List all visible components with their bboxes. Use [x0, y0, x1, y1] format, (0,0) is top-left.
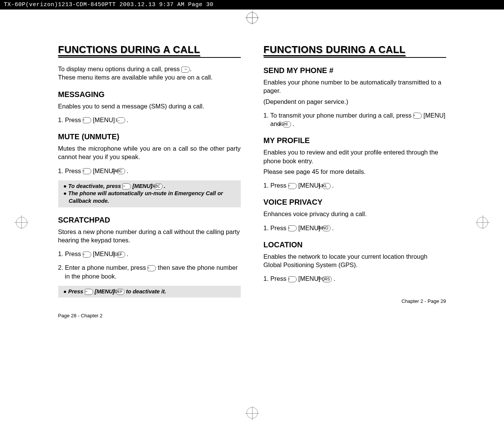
mute-note-box: ● To deactivate, press ~ [MENU] 2ABC . ●… — [58, 180, 241, 207]
sendphone-desc2: (Dependent on pager service.) — [264, 97, 446, 106]
scratchpad-step2: 2. Enter a phone number, press ~ then sa… — [58, 263, 241, 280]
location-desc: Enables the network to locate your curre… — [264, 252, 446, 269]
header-text: TX-60P(verizon)1213-CDM-8450PTT 2003.12.… — [4, 2, 213, 8]
heading-myprofile: MY PROFILE — [264, 136, 446, 145]
key-7-icon: 7PQRS — [322, 276, 332, 282]
myprofile-step1: 1. Press ~ [MENU] 5JKL . — [264, 181, 446, 189]
softkey-icon: ~ — [148, 265, 156, 271]
scratchpad-note1: ● Press ~ [MENU] 3DEF to deactivate it. — [62, 288, 237, 296]
crop-mark-cross-icon — [477, 217, 488, 228]
sendphone-desc1: Enables your phone number to be automati… — [264, 78, 446, 95]
key-5-icon: 5JKL — [322, 183, 331, 189]
softkey-icon: ~ — [413, 113, 422, 119]
key-1-icon: 1.- — [117, 117, 125, 123]
voiceprivacy-step1: 1. Press ~ [MENU] 6MNO . — [264, 224, 446, 232]
sendphone-step1: 1. To transmit your phone number during … — [264, 111, 446, 128]
messaging-step1: 1. Press ~ [MENU] 1.- . — [58, 116, 241, 124]
section-title-right: FUNCTIONS DURING A CALL — [264, 44, 446, 58]
softkey-icon: ~ — [122, 183, 131, 189]
key-2-icon: 2ABC — [154, 183, 162, 189]
scratchpad-desc: Stores a new phone number during a call … — [58, 228, 241, 245]
myprofile-desc1: Enables you to review and edit your prof… — [264, 148, 446, 165]
mute-note1: ● To deactivate, press ~ [MENU] 2ABC . — [62, 183, 237, 190]
key-6-icon: 6MNO — [322, 225, 331, 231]
key-4-icon: 4GHI — [283, 121, 291, 127]
softkey-icon: ~ — [288, 183, 297, 189]
softkey-icon: ~ — [288, 225, 297, 231]
mute-desc: Mutes the microphone while you are on a … — [58, 144, 241, 161]
heading-mute: MUTE (UNMUTE) — [58, 132, 241, 141]
left-footer: Page 28 - Chapter 2 — [58, 313, 241, 318]
scratchpad-note-box: ● Press ~ [MENU] 3DEF to deactivate it. — [58, 286, 241, 298]
crop-mark-cross-icon — [247, 12, 258, 23]
softkey-icon: ~ — [288, 276, 297, 282]
scratchpad-step1: 1. Press ~ [MENU] 3DEF . — [58, 250, 241, 258]
mute-step1: 1. Press ~ [MENU] 2ABC . — [58, 167, 241, 175]
location-step1: 1. Press ~ [MENU] 7PQRS . — [264, 274, 446, 283]
print-header: TX-60P(verizon)1213-CDM-8450PTT 2003.12.… — [0, 0, 504, 10]
softkey-icon: ~ — [83, 117, 91, 123]
right-page: FUNCTIONS DURING A CALL SEND MY PHONE # … — [264, 29, 446, 318]
softkey-icon: ~ — [83, 252, 91, 258]
key-3-icon: 3DEF — [116, 289, 124, 295]
softkey-icon: ~ — [85, 289, 93, 295]
heading-voiceprivacy: VOICE PRIVACY — [264, 198, 446, 207]
softkey-icon: ~ — [83, 168, 91, 174]
heading-location: LOCATION — [264, 240, 446, 249]
crop-mark-cross-icon — [16, 217, 27, 228]
mute-note2: ● The phone will automatically un-mute i… — [62, 190, 237, 205]
myprofile-desc2: Please see page 45 for more details. — [264, 167, 446, 176]
left-page: FUNCTIONS DURING A CALL To display menu … — [58, 29, 241, 318]
messaging-desc: Enables you to send a message (SMS) duri… — [58, 102, 241, 110]
crop-mark-cross-icon — [247, 408, 258, 419]
key-3-icon: 3DEF — [117, 252, 125, 258]
heading-messaging: MESSAGING — [58, 90, 241, 99]
section-title-left: FUNCTIONS DURING A CALL — [58, 44, 241, 58]
voiceprivacy-desc: Enhances voice privacy during a call. — [264, 210, 446, 218]
heading-scratchpad: SCRATCHPAD — [58, 216, 241, 224]
intro-text: To display menu options during a call, p… — [58, 65, 241, 82]
softkey-icon: ~ — [181, 67, 190, 73]
heading-sendphone: SEND MY PHONE # — [264, 66, 446, 75]
right-footer: Chapter 2 - Page 29 — [264, 298, 446, 304]
key-2-icon: 2ABC — [117, 168, 125, 174]
